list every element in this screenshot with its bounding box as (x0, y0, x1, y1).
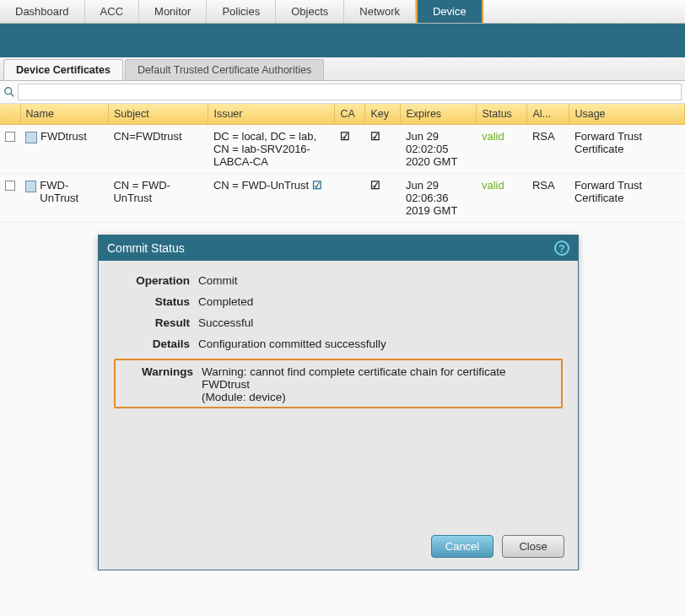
table-row[interactable]: FWD-UnTrust CN = FWD-UnTrust CN = FWD-Un… (0, 174, 685, 223)
cert-issuer: DC = local, DC = lab, CN = lab-SRV2016-L… (208, 125, 335, 174)
svg-point-0 (5, 88, 12, 95)
tab-network[interactable]: Network (344, 0, 416, 23)
close-button[interactable]: Close (502, 535, 564, 558)
col-al[interactable]: Al... (527, 104, 569, 125)
col-key[interactable]: Key (365, 104, 401, 125)
search-input[interactable] (18, 84, 682, 100)
dialog-titlebar[interactable]: Commit Status ? (99, 235, 578, 261)
tab-device[interactable]: Device (416, 0, 483, 23)
row-checkbox[interactable] (5, 132, 15, 142)
tab-acc[interactable]: ACC (85, 0, 139, 23)
cert-status: valid (482, 179, 504, 192)
status-value: Completed (198, 295, 563, 308)
tab-dashboard[interactable]: Dashboard (0, 0, 85, 23)
details-value: Configuration committed successfully (198, 338, 563, 350)
cert-subject: CN = FWD-UnTrust (108, 174, 208, 223)
tab-monitor[interactable]: Monitor (139, 0, 207, 23)
col-expires[interactable]: Expires (401, 104, 477, 125)
cert-usage: Forward Trust Certificate (569, 125, 685, 174)
cert-issuer: CN = FWD-UnTrust (213, 179, 309, 192)
cert-expires: Jun 29 02:06:36 2019 GMT (401, 174, 477, 223)
blue-band (0, 24, 685, 57)
commit-status-dialog: Commit Status ? Operation Commit Status … (98, 235, 579, 570)
help-icon[interactable]: ? (554, 240, 569, 256)
key-check-icon: ☑ (365, 174, 401, 223)
col-subject[interactable]: Subject (108, 104, 208, 125)
operation-label: Operation (114, 274, 190, 287)
certificate-icon (25, 181, 36, 192)
col-name[interactable]: Name (20, 104, 108, 125)
cert-name: FWD-UnTrust (40, 179, 103, 204)
warnings-label: Warnings (117, 365, 193, 403)
svg-line-1 (11, 94, 14, 97)
certificate-icon (25, 132, 37, 143)
subtab-device-certificates[interactable]: Device Certificates (3, 59, 123, 80)
dialog-body: Operation Commit Status Completed Result… (99, 261, 578, 425)
cert-name: FWDtrust (40, 130, 87, 143)
col-status[interactable]: Status (477, 104, 527, 125)
search-icon (3, 86, 15, 98)
dialog-title: Commit Status (107, 241, 185, 255)
certificate-table: Name Subject Issuer CA Key Expires Statu… (0, 104, 685, 223)
col-usage[interactable]: Usage (569, 104, 685, 125)
tab-policies[interactable]: Policies (207, 0, 276, 23)
cert-subject: CN=FWDtrust (108, 125, 208, 174)
status-label: Status (114, 295, 190, 308)
top-nav: Dashboard ACC Monitor Policies Objects N… (0, 0, 685, 24)
warnings-value: Warning: cannot find complete certificat… (202, 365, 556, 403)
ca-check-icon: ☑ (312, 179, 322, 192)
dialog-footer: Cancel Close (99, 425, 578, 570)
cert-algorithm: RSA (527, 174, 569, 223)
details-label: Details (114, 338, 190, 350)
col-ca[interactable]: CA (335, 104, 365, 125)
cancel-button[interactable]: Cancel (431, 535, 494, 558)
cert-algorithm: RSA (527, 125, 569, 174)
search-row (0, 81, 685, 104)
subtab-default-trusted-ca[interactable]: Default Trusted Certificate Authorities (125, 59, 324, 80)
result-label: Result (114, 316, 190, 329)
sub-tabs: Device Certificates Default Trusted Cert… (0, 57, 685, 81)
operation-value: Commit (198, 274, 563, 287)
ca-check-icon: ☑ (335, 125, 365, 174)
cert-expires: Jun 29 02:02:05 2020 GMT (401, 125, 477, 174)
table-row[interactable]: FWDtrust CN=FWDtrust DC = local, DC = la… (0, 125, 685, 174)
cert-usage: Forward Trust Certificate (569, 174, 685, 223)
result-value: Successful (198, 316, 563, 329)
key-check-icon: ☑ (365, 125, 401, 174)
row-checkbox[interactable] (5, 181, 15, 191)
col-issuer[interactable]: Issuer (208, 104, 335, 125)
cert-status: valid (482, 130, 504, 143)
tab-objects[interactable]: Objects (276, 0, 344, 23)
